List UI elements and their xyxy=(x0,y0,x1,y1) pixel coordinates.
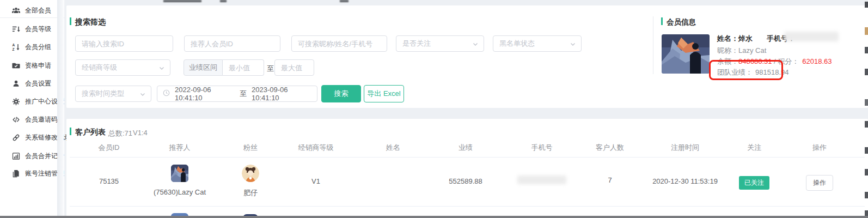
performance-max-input[interactable] xyxy=(274,59,314,76)
cell-register-time: 2020-12-30 11:53:19 xyxy=(652,177,718,185)
level-sort-icon xyxy=(12,25,20,33)
sidebar-scroll-strip[interactable] xyxy=(57,0,64,218)
keyword-input[interactable] xyxy=(291,35,387,52)
customer-total-count: 总数:71 xyxy=(108,129,132,138)
screen-edge-artifact xyxy=(865,121,868,128)
panel-divider xyxy=(653,16,653,74)
gear-icon xyxy=(12,98,20,106)
sidebar-item-all-members[interactable]: 全部会员 xyxy=(0,3,64,17)
link-icon xyxy=(12,134,20,142)
sidebar-item-account-cancel[interactable]: 账号注销管理 xyxy=(0,166,64,180)
member-nickname-line: 昵称：Lazy Cat xyxy=(717,46,766,56)
sidebar-item-qualification[interactable]: 资格申请 xyxy=(0,58,64,72)
code-icon xyxy=(12,116,20,124)
screen-edge-artifact xyxy=(865,192,868,198)
screen-edge-artifact xyxy=(340,0,349,2)
member-name-line: 姓名：焯水手机号： xyxy=(717,34,795,44)
performance-min-input[interactable] xyxy=(223,59,264,76)
clock-icon xyxy=(163,89,170,98)
cell-customer-count: 7 xyxy=(608,176,612,184)
member-name-value: 焯水 xyxy=(738,34,753,43)
dealer-level-select[interactable]: 经销商等级 xyxy=(75,59,170,76)
sidebar-item-promotion-settings[interactable]: 推广中心设置 xyxy=(0,94,64,108)
screen-edge-artifact xyxy=(865,99,868,106)
customer-list-title: 客户列表 xyxy=(75,128,106,137)
search-section-title: 搜索筛选 xyxy=(75,17,106,27)
sidebar-item-invite-code[interactable]: 会员邀请码 xyxy=(0,112,64,126)
member-phone-redacted xyxy=(784,32,839,41)
cell-performance: 552589.88 xyxy=(449,177,482,185)
chevron-down-icon xyxy=(472,41,479,49)
sidebar-item-merge-log[interactable]: 会员合并记录 xyxy=(0,149,64,163)
screen-edge-artifact xyxy=(163,0,201,2)
col-header-name: 姓名 xyxy=(386,143,400,153)
referrer-id-input[interactable] xyxy=(184,35,280,52)
time-type-select[interactable]: 搜索时间类型 xyxy=(75,86,151,102)
search-button[interactable]: 搜索 xyxy=(321,85,361,102)
range-to-label: 至 xyxy=(267,64,274,74)
col-header-member-id: 会员ID xyxy=(99,143,120,153)
sidebar-item-label: 资格申请 xyxy=(25,61,51,70)
section-accent-bar xyxy=(70,128,71,135)
time-type-select-value: 搜索时间类型 xyxy=(82,89,124,99)
member-admin-page: 全部会员 会员等级 AZ 会员分组 资格申请 会员设置 xyxy=(0,0,868,218)
sidebar-item-relation-log[interactable]: 关系链修改记录 xyxy=(0,130,64,144)
blacklist-select[interactable]: 黑名单状态 xyxy=(493,35,582,52)
points-value: 62018.63 xyxy=(802,57,832,65)
sidebar-item-member-level[interactable]: 会员等级 xyxy=(0,22,64,36)
table-divider xyxy=(70,206,865,207)
chevron-down-icon xyxy=(570,41,576,49)
export-excel-button[interactable]: 导出 Excel xyxy=(364,85,404,102)
col-header-performance: 业绩 xyxy=(459,143,473,153)
sidebar-item-label: 会员分组 xyxy=(25,43,51,52)
col-header-action: 操作 xyxy=(812,143,827,153)
referrer-avatar xyxy=(171,165,188,182)
users-icon xyxy=(12,7,20,15)
member-avatar xyxy=(662,34,710,74)
screen-edge-artifact xyxy=(865,47,868,53)
screen-edge-artifact xyxy=(865,147,868,154)
blacklist-select-value: 黑名单状态 xyxy=(499,39,535,49)
nickname-label: 昵称： xyxy=(717,46,738,55)
screen-bottom-edge xyxy=(0,216,868,218)
cell-referrer-name: (75630)Lazy Cat xyxy=(154,188,206,196)
customer-v1-count: V1:4 xyxy=(133,129,148,137)
file-copy-icon xyxy=(12,169,20,178)
sidebar-item-label: 会员邀请码 xyxy=(25,115,58,124)
sidebar-item-member-settings[interactable]: 会员设置 xyxy=(0,76,64,90)
date-end-value: 2023-09-06 10:41:10 xyxy=(252,86,311,102)
row-action-button[interactable]: 操作 xyxy=(806,175,833,191)
search-id-input[interactable] xyxy=(75,35,173,52)
member-info-title: 会员信息 xyxy=(667,17,696,27)
screen-edge-artifact xyxy=(865,210,868,216)
fan-avatar xyxy=(242,165,259,182)
screen-edge-artifact xyxy=(865,69,868,75)
col-header-phone: 手机号 xyxy=(531,143,553,153)
sidebar-item-member-group[interactable]: AZ 会员分组 xyxy=(0,40,64,54)
cell-dealer-level: V1 xyxy=(311,177,320,185)
date-range-picker[interactable]: 2022-09-06 10:41:10 至 2023-09-06 10:41:1… xyxy=(157,86,317,102)
sidebar-item-label: 全部会员 xyxy=(25,6,51,15)
cell-phone-redacted xyxy=(517,175,566,184)
follow-select[interactable]: 是否关注 xyxy=(396,35,484,52)
cell-fan-name: 肥仔 xyxy=(243,188,258,198)
member-icon xyxy=(12,80,20,88)
az-sort-icon: AZ xyxy=(12,43,20,51)
col-header-fan: 粉丝 xyxy=(243,143,258,153)
chevron-down-icon xyxy=(158,65,165,73)
follow-select-value: 是否关注 xyxy=(402,39,431,49)
sidebar: 全部会员 会员等级 AZ 会员分组 资格申请 会员设置 xyxy=(0,0,64,218)
screen-edge-artifact xyxy=(865,27,868,35)
member-name-label: 姓名： xyxy=(717,34,738,43)
sidebar-divider xyxy=(0,17,64,18)
section-accent-bar xyxy=(661,17,663,25)
svg-text:Z: Z xyxy=(12,47,14,51)
search-filter-card: 搜索筛选 是否关注 黑名单状态 经销商等级 业绩区间 至 搜索时间类型 202 xyxy=(66,5,868,108)
follow-status-badge: 已关注 xyxy=(739,176,769,190)
screen-edge-artifact xyxy=(865,2,868,8)
col-header-dealer-level: 经销商等级 xyxy=(298,143,334,153)
sidebar-item-label: 关系链修改记录 xyxy=(25,133,71,142)
qualification-check-icon xyxy=(12,62,20,70)
customer-list-card: 客户列表 总数:71 V1:4 会员ID 推荐人 粉丝 经销商等级 姓名 业绩 … xyxy=(66,119,868,218)
col-header-follow: 关注 xyxy=(747,143,761,153)
